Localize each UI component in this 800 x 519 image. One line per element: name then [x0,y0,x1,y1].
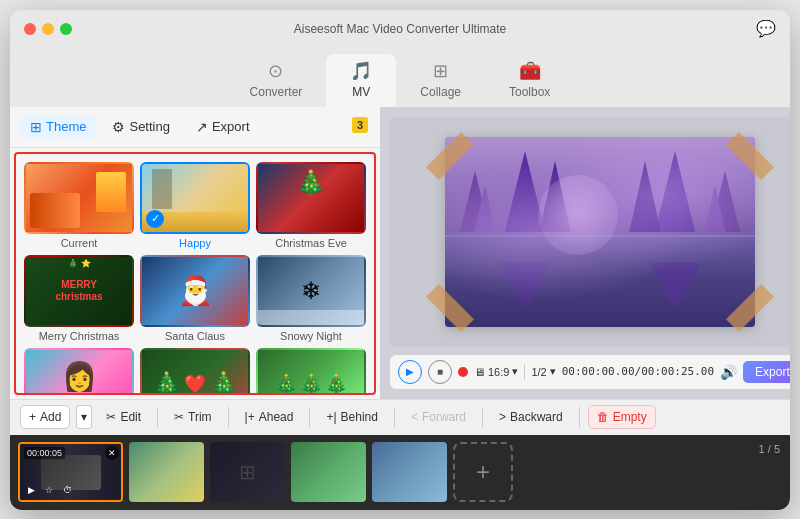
backward-icon: > [499,410,506,424]
aspect-ratio-select[interactable]: 🖥 16:9 ▾ [474,365,518,378]
theme-item-current[interactable]: Current [24,162,134,249]
timeline-count: 1 / 5 [759,443,780,455]
theme-item-santa-claus[interactable]: 🎅 Santa Claus [140,255,250,342]
theme-item-snowy-night[interactable]: ❄ Snowy Night [256,255,366,342]
theme-tab-label: Theme [46,119,86,134]
mv-icon: 🎵 [350,60,372,82]
behind-label: Behind [341,410,378,424]
theme-item-merry-christmas[interactable]: MERRYchristmas 🎄⭐ Merry Christmas [24,255,134,342]
zoom-value: 1/2 [531,366,546,378]
separator-2 [228,407,229,427]
separator-1 [157,407,158,427]
forward-icon: < [411,410,418,424]
clip-close-1[interactable]: ✕ [105,446,119,460]
theme-label-happy: Happy [179,237,211,249]
preview-area [390,117,790,347]
volume-icon[interactable]: 🔊 [720,364,737,380]
separator-3 [309,407,310,427]
empty-icon: 🗑 [597,410,609,424]
tab-mv[interactable]: 🎵 MV [326,54,396,107]
timeline-clip-2[interactable] [129,442,204,502]
stop-button[interactable]: ■ [428,360,452,384]
panel-tab-export[interactable]: ↗ Export [186,115,260,139]
selected-checkmark: ✓ [146,210,164,228]
panel-tab-theme[interactable]: ⊞ Theme [20,115,96,139]
theme-tab-icon: ⊞ [30,119,42,135]
record-indicator [458,367,468,377]
toolbox-icon: 🧰 [519,60,541,82]
timeline-clip-5[interactable] [372,442,447,502]
preview-image [445,137,755,327]
ahead-label: Ahead [259,410,294,424]
tab-mv-label: MV [352,85,370,99]
collage-icon: ⊞ [433,60,448,82]
separator-5 [482,407,483,427]
add-button[interactable]: + Add [20,405,70,429]
title-bar: Aiseesoft Mac Video Converter Ultimate 💬 [10,10,790,48]
theme-thumb-happy: ✓ [140,162,250,234]
theme-item-christmas-eve[interactable]: 🎄 Christmas Eve [256,162,366,249]
divider [524,364,525,380]
theme-label-current: Current [61,237,98,249]
backward-button[interactable]: > Backward [491,406,571,428]
theme-item-happy[interactable]: ✓ Happy [140,162,250,249]
ahead-button[interactable]: |+ Ahead [237,406,302,428]
edit-label: Edit [120,410,141,424]
theme-thumb-stripes-waves: 👩 [24,348,134,395]
app-window: Aiseesoft Mac Video Converter Ultimate 💬… [10,10,790,510]
play-button[interactable]: ▶ [398,360,422,384]
theme-thumb-beautiful-christmas: 🎄 🎄 🎄 [256,348,366,395]
behind-button[interactable]: +| Behind [318,406,386,428]
aspect-dropdown-icon: ▾ [512,365,518,378]
clip-star-btn-1[interactable]: ☆ [42,483,56,497]
theme-item-christmas-tree[interactable]: 🎄 ❤️ 🎄 Christmas Tree [140,348,250,395]
timeline-clip-1[interactable]: 00:00:05 ▶ ☆ ⏱ ✕ [18,442,123,502]
theme-item-stripes-waves[interactable]: 👩 Stripes & Waves [24,348,134,395]
window-title: Aiseesoft Mac Video Converter Ultimate [294,22,507,36]
theme-label-snowy-night: Snowy Night [280,330,342,342]
panel-tabs: ⊞ Theme ⚙ Setting ↗ Export 3 [10,107,380,148]
edit-button[interactable]: ✂ Edit [98,406,149,428]
title-bar-right: 💬 [756,19,776,38]
export-tab-icon: ↗ [196,119,208,135]
tab-toolbox-label: Toolbox [509,85,550,99]
forward-button[interactable]: < Forward [403,406,474,428]
theme-thumb-merry-christmas: MERRYchristmas 🎄⭐ [24,255,134,327]
tab-toolbox[interactable]: 🧰 Toolbox [485,54,574,107]
theme-thumb-current [24,162,134,234]
separator-4 [394,407,395,427]
minimize-button[interactable] [42,23,54,35]
add-clip-button[interactable]: + [453,442,513,502]
clip-play-btn-1[interactable]: ▶ [24,483,38,497]
theme-thumb-christmas-eve: 🎄 [256,162,366,234]
panel-tab-setting[interactable]: ⚙ Setting [102,115,179,139]
tab-collage[interactable]: ⊞ Collage [396,54,485,107]
backward-label: Backward [510,410,563,424]
timeline-clip-3[interactable]: ⊞ [210,442,285,502]
theme-label-christmas-eve: Christmas Eve [275,237,347,249]
theme-item-beautiful-christmas[interactable]: 🎄 🎄 🎄 Beautiful Christmas [256,348,366,395]
add-dropdown-button[interactable]: ▾ [76,405,92,429]
timeline-clip-4[interactable] [291,442,366,502]
converter-icon: ⊙ [268,60,283,82]
theme-label-santa-claus: Santa Claus [165,330,225,342]
preview-frame [445,137,755,327]
zoom-select[interactable]: 1/2 ▾ [531,365,555,378]
theme-thumb-snowy-night: ❄ [256,255,366,327]
clip-time-1: 00:00:05 [24,447,65,459]
empty-button[interactable]: 🗑 Empty [588,405,656,429]
tab-converter[interactable]: ⊙ Converter [226,54,327,107]
chat-icon[interactable]: 💬 [756,20,776,37]
theme-thumb-santa-claus: 🎅 [140,255,250,327]
close-button[interactable] [24,23,36,35]
zoom-dropdown-icon: ▾ [550,365,556,378]
clip-clock-btn-1[interactable]: ⏱ [60,483,74,497]
maximize-button[interactable] [60,23,72,35]
ahead-icon: |+ [245,410,255,424]
behind-icon: +| [326,410,336,424]
aspect-ratio-value: 16:9 [488,366,509,378]
right-panel: ▶ ■ 🖥 16:9 ▾ 1/2 ▾ 00:00:00.00/00:00:25.… [380,107,790,399]
tab-converter-label: Converter [250,85,303,99]
export-button[interactable]: Export [743,361,790,383]
trim-button[interactable]: ✂ Trim [166,406,220,428]
